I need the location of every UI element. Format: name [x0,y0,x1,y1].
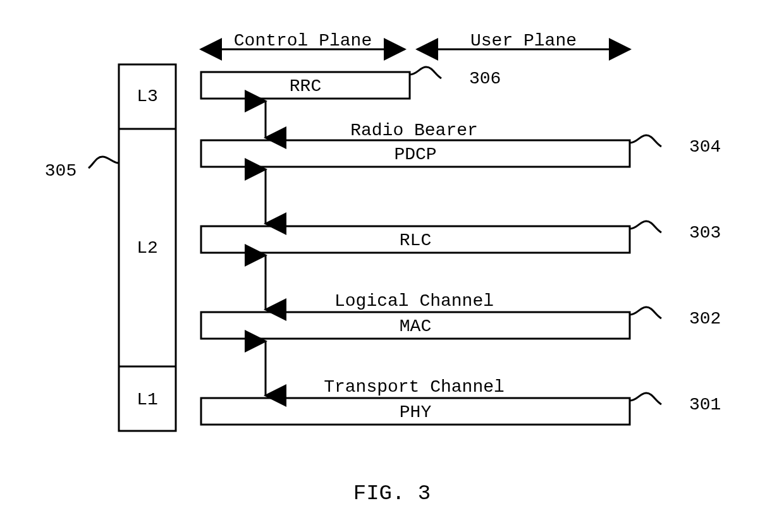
iface-transport-channel: Transport Channel [324,377,505,397]
sidebar-l1: L1 [137,390,158,409]
control-plane-label: Control Plane [234,31,372,51]
svg-text:305: 305 [45,161,77,181]
mac-label: MAC [400,317,431,336]
ref-306: 306 [469,69,501,88]
sidebar-l3: L3 [137,87,158,106]
pdcp-box: PDCP 304 [201,135,721,167]
iface-logical-channel: Logical Channel [334,291,494,311]
ref-301: 301 [689,395,721,414]
plane-labels: Control Plane User Plane [201,31,630,51]
layer-sidebar: L3 L2 L1 [119,64,176,431]
figure-caption: FIG. 3 [353,481,431,505]
rrc-label: RRC [290,76,321,96]
rlc-box: RLC 303 [201,221,721,253]
user-plane-label: User Plane [470,31,577,51]
iface-radio-bearer: Radio Bearer [350,121,478,140]
phy-box: PHY 301 [201,393,721,425]
phy-label: PHY [400,402,432,422]
ref-304: 304 [689,137,721,157]
sidebar-l2: L2 [137,238,158,258]
protocol-stack-diagram: L3 L2 L1 305 Control Plane User Plane RR… [0,0,784,532]
rlc-label: RLC [400,231,431,250]
ref-303: 303 [689,223,721,243]
mac-box: MAC 302 [201,307,721,339]
rrc-box: RRC 306 [201,67,501,99]
ref-302: 302 [689,309,721,329]
ref-305: 305 [45,157,119,181]
pdcp-label: PDCP [394,145,436,164]
